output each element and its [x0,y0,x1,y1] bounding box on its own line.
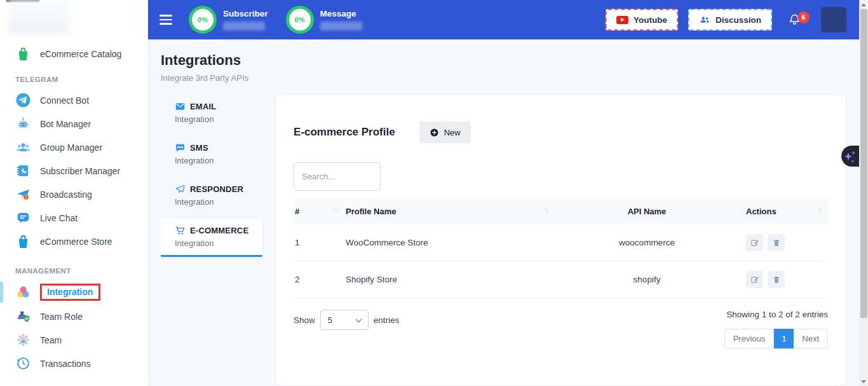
page-title: Integrations [161,52,846,69]
page-content: Integrations Integrate 3rd Party APIs EM… [148,39,859,386]
tab-email-integration[interactable]: EMAIL Integration [161,94,262,131]
stat-label: Message [320,9,362,18]
stat-label: Subscriber [223,9,268,18]
sidebar-item-label: Live Chat [40,213,78,223]
redacted-stat-value [223,22,265,31]
trash-icon [772,275,781,284]
sidebar-item-team-role[interactable]: Team Role [0,305,148,328]
col-header-num: # [295,207,299,216]
page-subtitle: Integrate 3rd Party APIs [161,73,846,83]
col-header-actions: Actions [746,207,776,216]
table-header-row: #↑↓ Profile Name↑↓ API Name Actions↑↓ [294,198,828,224]
broadcast-plane-icon: 1 [15,186,31,202]
tab-sublabel: Integration [175,156,254,165]
ecommerce-profile-card: E-commerce Profile New #↑↓ [275,94,846,386]
ai-assistant-button[interactable] [841,146,859,167]
plus-circle-icon [430,128,439,137]
delete-button[interactable] [768,234,785,251]
sidebar-nav: eCommerce Catalog TELEGRAM Connect Bot B… [0,42,148,375]
tab-sms-integration[interactable]: SMS SMS Integration [161,135,262,172]
tab-label: EMAIL [190,102,216,111]
sidebar-item-ecommerce-store[interactable]: eCommerce Store [0,230,148,253]
sort-icon[interactable]: ↑↓ [334,207,338,214]
pagination: Previous 1 Next [724,329,828,348]
shopping-bag-green-icon [15,46,31,62]
scrollbar[interactable] [859,0,868,386]
youtube-button[interactable]: Youtube [606,9,678,31]
cell-num: 1 [294,224,344,261]
users-icon [699,14,710,25]
sidebar-item-live-chat[interactable]: Live Chat [0,206,148,230]
sidebar-item-transactions[interactable]: Transactions [0,352,148,375]
tab-label: E-COMMERCE [190,226,248,235]
sidebar-item-team[interactable]: Team [0,328,148,352]
subscriber-stat: 0% Subscriber [189,6,268,34]
tab-label: RESPONDER [190,184,243,194]
tab-responder-integration[interactable]: RESPONDER Integration [161,177,262,214]
integration-nav: EMAIL Integration SMS SMS Integration [161,94,262,386]
stamp-shield-icon [15,308,31,324]
cart-icon [175,225,186,236]
sidebar-item-label: Integration [47,287,93,297]
entries-label: entries [374,315,400,325]
sidebar-item-bot-manager[interactable]: Bot Manager [0,112,148,135]
progress-value: 0% [289,9,311,31]
cell-api-name: shopify [554,261,745,298]
profiles-table: #↑↓ Profile Name↑↓ API Name Actions↑↓ 1 … [294,198,828,298]
scroll-down-arrow[interactable] [859,377,868,386]
cell-api-name: woocommerce [554,224,745,261]
sidebar-item-broadcasting[interactable]: 1 Broadcasting [0,183,148,206]
cell-profile-name: WooCommerce Store [344,224,554,261]
sidebar-item-connect-bot[interactable]: Connect Bot [0,88,148,112]
delete-button[interactable] [768,271,785,288]
sidebar-item-label: Broadcasting [40,190,92,200]
tab-sublabel: Integration [175,114,254,124]
robot-icon [15,116,31,132]
sidebar-item-subscriber-manager[interactable]: Subscriber Manager [0,159,148,183]
history-clock-icon [15,355,31,371]
edit-button[interactable] [746,271,763,288]
new-button[interactable]: New [419,121,471,143]
hamburger-menu-icon[interactable] [159,15,172,25]
sidebar-item-integration[interactable]: Integration [0,280,148,305]
sidebar-item-label: eCommerce Store [40,237,112,247]
progress-value: 0% [192,9,214,31]
sidebar-section-management: MANAGEMENT [0,257,148,280]
scroll-up-arrow[interactable] [859,0,868,9]
search-input[interactable] [294,162,381,191]
current-page-button[interactable]: 1 [774,329,794,348]
sidebar-item-label: Connect Bot [40,95,89,106]
sidebar-item-label: Team [40,335,62,345]
topbar: 0% Subscriber 0% Message Youtu [148,0,859,39]
trash-icon [772,238,781,247]
show-label: Show [294,315,315,325]
sort-icon[interactable]: ↑↓ [818,207,822,214]
sidebar-item-label: Transactions [40,359,91,369]
tab-sublabel: Integration [175,238,254,248]
sidebar-item-label: Subscriber Manager [40,166,120,176]
col-header-api: API Name [628,207,667,216]
youtube-icon [616,16,628,24]
previous-page-button[interactable]: Previous [724,329,775,348]
sidebar-item-ecommerce-catalog[interactable]: eCommerce Catalog [0,42,148,65]
color-circles-icon [15,284,31,300]
sort-icon[interactable]: ↑↓ [544,207,548,214]
tab-sublabel: Integration [175,197,254,207]
user-avatar[interactable] [821,7,846,32]
sidebar-item-group-manager[interactable]: Group Manager [0,135,148,159]
edit-icon [750,238,759,247]
paper-plane-icon [175,184,186,195]
page-size-select[interactable]: 5 [320,310,369,330]
scrollbar-thumb[interactable] [860,9,867,318]
edit-icon [750,275,759,284]
tab-ecommerce-integration[interactable]: E-COMMERCE Integration [161,218,262,257]
envelope-icon [175,101,186,112]
sidebar-item-label: eCommerce Catalog [40,49,121,59]
telegram-icon [15,92,31,108]
edit-button[interactable] [746,234,763,251]
discussion-button[interactable]: Discussion [688,9,772,31]
notifications-button[interactable]: 6 [787,13,802,27]
sidebar-item-label: Bot Manager [40,119,91,129]
next-page-button[interactable]: Next [794,329,828,348]
gear-person-icon [15,332,31,348]
